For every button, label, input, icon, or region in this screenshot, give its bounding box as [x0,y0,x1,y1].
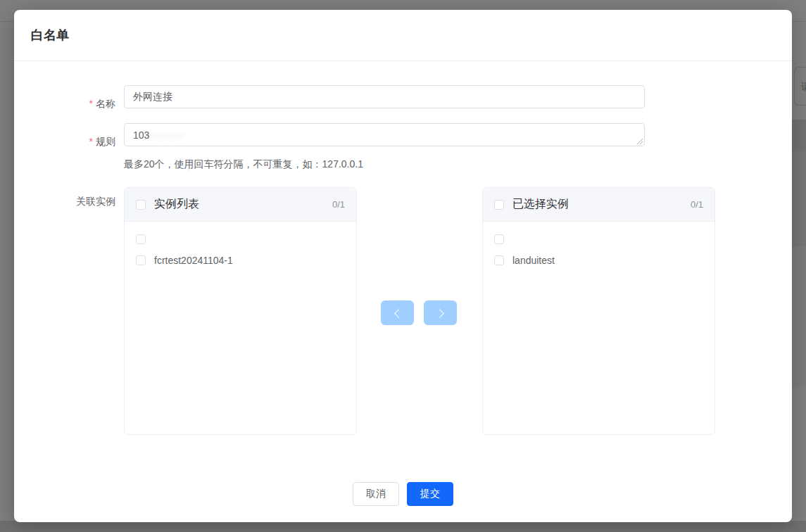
item-checkbox[interactable] [494,234,504,244]
item-label: fcrtest20241104-1 [154,255,233,266]
cancel-button[interactable]: 取消 [353,482,399,506]
target-panel-title: 已选择实例 [512,197,691,212]
list-item[interactable] [483,229,714,250]
rule-value-visible: 103 [133,129,149,141]
screen: 请 白名单 *名称 *规则 103··.···.·· 最多20个，使用回车符分隔… [0,0,806,532]
chevron-left-icon [394,309,403,318]
dialog-header: 白名单 [14,10,792,61]
instances-field-label: 关联实例 [14,194,115,208]
source-panel-header: 实例列表 0/1 [125,188,356,222]
item-checkbox[interactable] [136,234,146,244]
name-label-text: 名称 [96,98,115,109]
whitelist-dialog: 白名单 *名称 *规则 103··.···.·· 最多20个，使用回车符分隔，不… [14,10,792,522]
source-panel-count: 0/1 [332,199,345,210]
list-item[interactable] [125,229,356,250]
required-asterisk: * [89,136,93,147]
rule-field-label: *规则 [14,130,115,153]
source-panel: 实例列表 0/1 fcrtest20241104-1 [124,187,357,435]
list-item[interactable]: landuitest [483,250,714,271]
name-field-label: *名称 [14,92,115,115]
textarea-resize-handle[interactable] [636,137,643,144]
required-asterisk: * [89,98,93,109]
item-checkbox[interactable] [494,255,504,265]
item-label: landuitest [512,255,555,266]
select-all-checkbox[interactable] [494,200,504,210]
rule-value-redacted: ··.···.·· [149,129,184,141]
dialog-title: 白名单 [31,10,69,61]
move-right-button[interactable] [424,300,457,325]
select-all-checkbox[interactable] [136,200,146,210]
list-item[interactable]: fcrtest20241104-1 [125,250,356,271]
item-checkbox[interactable] [136,255,146,265]
submit-button[interactable]: 提交 [407,482,453,506]
target-panel: 已选择实例 0/1 landuitest [482,187,715,435]
dialog-footer: 取消 提交 [14,482,792,506]
source-instance-list: fcrtest20241104-1 [125,222,356,278]
target-instance-list: landuitest [483,222,714,278]
move-left-button[interactable] [381,300,414,325]
target-panel-count: 0/1 [691,199,703,210]
target-panel-header: 已选择实例 0/1 [483,188,714,222]
chevron-right-icon [435,309,444,318]
rule-help-text: 最多20个，使用回车符分隔，不可重复，如：127.0.0.1 [124,157,363,171]
rule-textarea[interactable]: 103··.···.·· [124,123,645,146]
name-input[interactable] [124,85,645,108]
rule-label-text: 规则 [96,136,115,147]
source-panel-title: 实例列表 [154,197,332,212]
